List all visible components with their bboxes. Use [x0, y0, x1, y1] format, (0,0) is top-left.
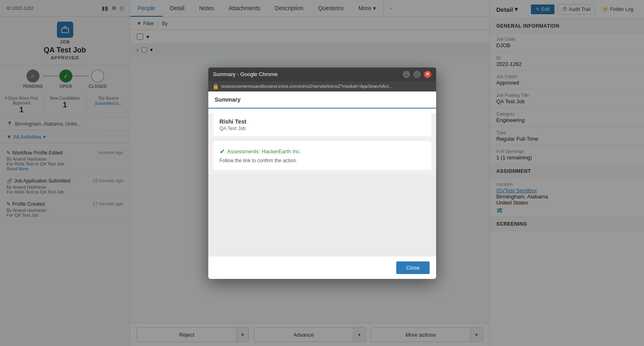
modal-content: Summary Rishi Test QA Test Job ✔ Assessm…: [208, 91, 436, 279]
modal-empty-area: [208, 175, 436, 256]
modal-content-title: Summary: [215, 96, 430, 103]
checkmark-icon: ✔: [220, 148, 225, 155]
modal-url-bar: 🔒 isvassessmentssandboxtest.icims.com/ic…: [208, 81, 436, 91]
modal-assessment-title: ✔ Assessments: HackerEarth Inc.: [220, 148, 425, 155]
modal-controls: – □ ✕: [403, 71, 431, 78]
modal-content-body: Rishi Test QA Test Job ✔ Assessments: Ha…: [208, 113, 436, 256]
assessment-title-text: Assessments: HackerEarth Inc.: [227, 148, 301, 155]
modal-close-button[interactable]: ✕: [424, 71, 431, 78]
modal-candidate-name: Rishi Test: [220, 118, 425, 125]
lock-icon: 🔒: [212, 83, 219, 89]
modal-assessment-desc: Follow the link to confirm the action.: [220, 158, 425, 163]
modal-overlay: Summary - Google Chrome – □ ✕ 🔒 isvasses…: [0, 0, 644, 346]
modal-url-text: isvassessmentssandboxtest.icims.com/icim…: [221, 84, 432, 89]
modal-title: Summary - Google Chrome: [213, 71, 278, 77]
modal-candidate-job: QA Test Job: [220, 126, 425, 131]
modal-assessment-section: ✔ Assessments: HackerEarth Inc. Follow t…: [213, 141, 431, 170]
modal-close-action-button[interactable]: Close: [396, 261, 429, 274]
modal-footer: Close: [208, 256, 436, 279]
modal-dialog: Summary - Google Chrome – □ ✕ 🔒 isvasses…: [208, 67, 436, 279]
modal-minimize-button[interactable]: –: [403, 71, 410, 78]
modal-maximize-button[interactable]: □: [413, 71, 421, 78]
modal-candidate-section: Rishi Test QA Test Job: [213, 113, 431, 136]
modal-content-header: Summary: [208, 91, 436, 109]
modal-titlebar: Summary - Google Chrome – □ ✕: [208, 67, 436, 81]
